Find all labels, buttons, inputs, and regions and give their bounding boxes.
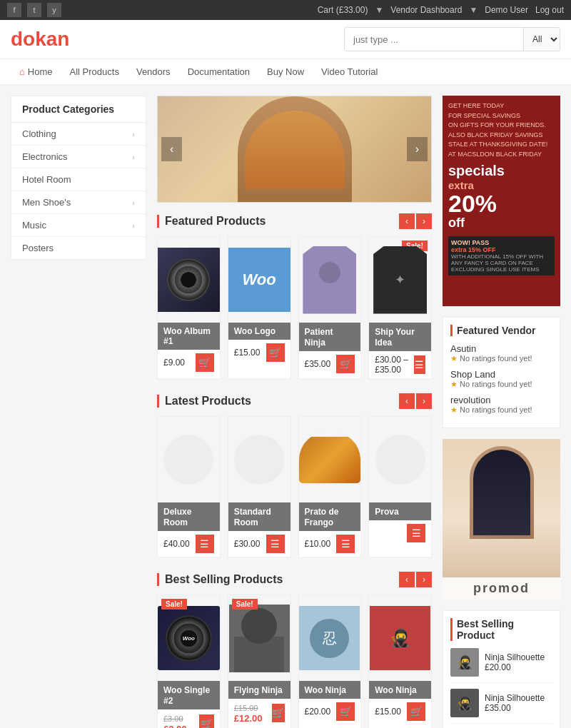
sale-price: £2.00 — [163, 724, 187, 728]
right-sidebar: GET HERE TODAYFOR SPECIAL SAVINGSON GIFT… — [443, 96, 560, 728]
featured-next-button[interactable]: › — [416, 213, 432, 229]
nav-video-tutorial[interactable]: Video Tutorial — [313, 59, 386, 84]
vendor-dashboard-link[interactable]: Vendor Dashboard — [390, 5, 462, 15]
sidebar-item-clothing[interactable]: Clothing› — [11, 123, 146, 146]
nav-buy-now[interactable]: Buy Now — [258, 59, 313, 84]
logo-text: okan — [23, 28, 69, 50]
bs-item-ninja-silhouette-2: 🥷 Ninja Silhouette £35.00 — [450, 689, 552, 724]
ad-banner: GET HERE TODAYFOR SPECIAL SAVINGSON GIFT… — [443, 96, 560, 306]
featured-products-title: Featured Products — [157, 215, 266, 228]
bs-product-name[interactable]: Ninja Silhouette — [485, 652, 552, 662]
hero-next-button[interactable]: › — [407, 137, 428, 161]
nav-all-products[interactable]: All Products — [61, 59, 128, 84]
promo-banner[interactable]: promod — [443, 439, 560, 600]
product-menu-button[interactable]: ☰ — [336, 535, 355, 553]
bs-item-ninja-silhouette-1: 🥷 Ninja Silhouette £20.00 — [450, 648, 552, 683]
ad-wow: WOW! PASS extra 15% OFF WITH ADDITIONAL … — [448, 236, 555, 275]
product-menu-button[interactable]: ☰ — [196, 535, 214, 553]
facebook-icon[interactable]: f — [7, 3, 21, 17]
product-menu-button[interactable]: ☰ — [414, 355, 425, 374]
best-selling-next-button[interactable]: › — [416, 572, 432, 587]
add-to-cart-button[interactable]: 🛒 — [407, 702, 425, 721]
product-image: 🥷 — [369, 595, 431, 681]
product-price-area: £3.00 £2.00 🛒 — [158, 709, 220, 728]
product-name: Woo Album #1 — [163, 326, 214, 346]
add-to-cart-button[interactable]: 🛒 — [199, 714, 214, 728]
nav-home-label: Home — [28, 66, 53, 77]
product-name: Patient Ninja — [305, 327, 333, 348]
product-card-prova: Prova ☰ — [368, 416, 432, 557]
add-to-cart-button[interactable]: 🛒 — [272, 704, 285, 722]
search-input[interactable] — [345, 29, 523, 51]
twitter-icon[interactable]: t — [27, 3, 41, 17]
product-price-area: £20.00 🛒 — [299, 699, 361, 724]
latest-next-button[interactable]: › — [416, 393, 432, 409]
bs-product-name[interactable]: Ninja Silhouette — [485, 693, 552, 703]
search-category-select[interactable]: All — [523, 28, 560, 51]
cart-link[interactable]: Cart (£33.00) — [318, 5, 368, 15]
product-image: Woo — [228, 237, 290, 323]
add-to-cart-button[interactable]: 🛒 — [266, 343, 285, 362]
ad-percent: 20% — [448, 191, 555, 216]
nav-vendors[interactable]: Vendors — [128, 59, 179, 84]
nav-home[interactable]: ⌂ Home — [11, 59, 61, 84]
add-to-cart-button[interactable]: 🛒 — [336, 355, 355, 373]
product-card-deluxe-room: Deluxe Room £40.00 ☰ — [157, 416, 221, 557]
product-price: £20.00 — [305, 707, 331, 717]
featured-vendor-title: Featured Vendor — [450, 325, 552, 336]
latest-products-nav: ‹ › — [399, 393, 432, 409]
product-name: Standard Room — [234, 507, 271, 527]
sidebar-item-electronics[interactable]: Electronics› — [11, 146, 146, 168]
product-card-patient-ninja: Patient Ninja £35.00 🛒 — [298, 236, 362, 379]
logout-button[interactable]: Log out — [535, 5, 564, 15]
product-menu-button[interactable]: ☰ — [266, 535, 285, 553]
demo-user-menu[interactable]: Demo User — [485, 5, 528, 15]
product-image — [369, 417, 431, 502]
product-name: Woo Logo — [234, 326, 276, 336]
promo-text: promod — [443, 577, 560, 600]
product-menu-button[interactable]: ☰ — [407, 524, 425, 542]
product-card-woo-logo: Woo Woo Logo £15.00 🛒 — [228, 236, 291, 379]
featured-products-grid: Woo Album #1 £9.00 🛒 Woo Woo Logo — [157, 236, 432, 379]
vendor-name[interactable]: revolution — [450, 395, 552, 405]
product-price-area: £15.00 🛒 — [369, 699, 431, 724]
product-name: Woo Ninja — [375, 685, 416, 695]
latest-products-grid: Deluxe Room £40.00 ☰ Standard Room £30.0… — [157, 416, 432, 557]
best-selling-prev-button[interactable]: ‹ — [399, 572, 415, 587]
add-to-cart-button[interactable]: 🛒 — [336, 702, 355, 721]
sidebar-item-hotel-room[interactable]: Hotel Room — [11, 168, 146, 191]
sidebar-item-music[interactable]: Music› — [11, 214, 146, 237]
best-selling-title: Best Selling Products — [157, 573, 283, 586]
add-to-cart-button[interactable]: 🛒 — [196, 353, 214, 372]
vendor-item-revolution: revolution ★ No ratings found yet! — [450, 395, 552, 415]
product-image: 忍 — [299, 595, 361, 681]
product-name: Deluxe Room — [163, 507, 191, 527]
best-selling-grid: Sale! Woo Woo Single #2 £3.00 £2.00 🛒 — [157, 595, 432, 728]
sidebar-item-posters[interactable]: Posters — [11, 237, 146, 259]
best-selling-nav: ‹ › — [399, 572, 432, 587]
no-ratings-text: No ratings found yet! — [460, 354, 532, 363]
bs-product-price: £35.00 — [485, 703, 552, 713]
youtube-icon[interactable]: y — [47, 3, 61, 17]
vendor-item-asutin: Asutin ★ No ratings found yet! — [450, 343, 552, 363]
nav-documentation[interactable]: Documentation — [179, 59, 258, 84]
original-price: £3.00 — [163, 714, 183, 723]
sidebar-item-men-shoes[interactable]: Men Shoe's› — [11, 191, 146, 214]
left-sidebar: Product Categories Clothing› Electronics… — [11, 96, 146, 728]
latest-prev-button[interactable]: ‹ — [399, 393, 415, 409]
chevron-right-icon: › — [132, 198, 135, 207]
vendor-name[interactable]: Asutin — [450, 343, 552, 354]
featured-prev-button[interactable]: ‹ — [399, 213, 415, 229]
product-card-woo-single: Sale! Woo Woo Single #2 £3.00 £2.00 🛒 — [157, 595, 221, 728]
product-price: £30.00 – £35.00 — [375, 355, 413, 375]
product-price-area: £15.00 £12.00 🛒 — [228, 699, 290, 727]
logo-d: d — [11, 28, 23, 50]
no-ratings-text: No ratings found yet! — [460, 380, 532, 388]
product-price-area: £40.00 ☰ — [158, 531, 220, 557]
logo[interactable]: dokan — [11, 28, 69, 51]
hero-prev-button[interactable]: ‹ — [161, 137, 182, 161]
product-price-area: £30.00 – £35.00 ☰ — [369, 351, 431, 378]
social-links: f t y — [7, 3, 61, 17]
vendor-name[interactable]: Shop Land — [450, 369, 552, 380]
chevron-right-icon: › — [132, 153, 135, 161]
